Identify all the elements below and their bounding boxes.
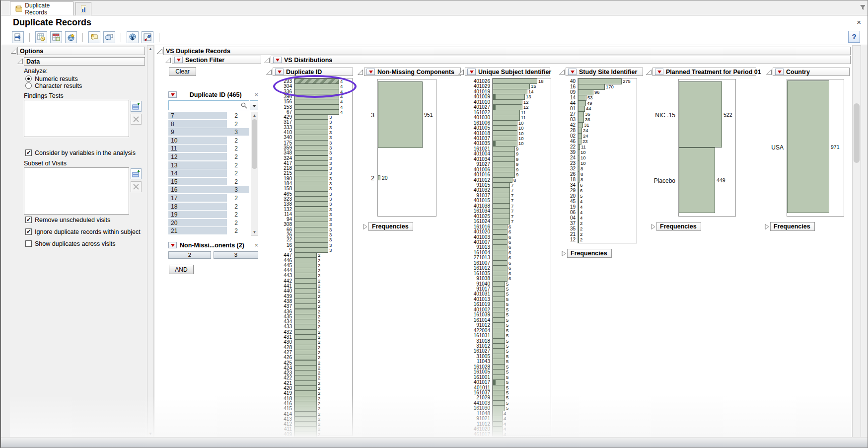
show-duplicates-checkbox[interactable] [25,240,32,247]
annotation-icon[interactable] [88,31,100,43]
window-filter-icon[interactable] [860,4,865,10]
filter-row[interactable]: 152 [168,178,250,186]
filter-value-label[interactable]: 8 [171,121,174,128]
filter-row[interactable]: 182 [168,203,250,211]
red-triangle-menu-icon[interactable] [655,69,663,75]
filter-value-label[interactable]: 15 [171,178,177,185]
filter-row[interactable]: 112 [168,145,250,152]
planned-treatment-histogram[interactable]: NIC .15522Placebo449 [647,79,738,217]
add-column-icon[interactable] [131,101,142,112]
section-filter-header[interactable]: Section Filter [172,56,261,64]
annotations-list-icon[interactable] [103,31,115,43]
filter-row[interactable]: 132 [168,161,250,169]
collapsed-disclosure-icon[interactable] [651,224,656,229]
consider-variables-label[interactable]: Consider by variables in the analysis [35,149,136,156]
red-triangle-menu-icon[interactable] [168,242,177,248]
scroll-up-icon[interactable]: ▲ [147,46,153,52]
ignore-duplicates-checkbox[interactable] [25,228,32,235]
filter-value-label[interactable]: 9 [171,129,174,136]
scrollbar-thumb[interactable] [854,103,860,163]
filter-value-label[interactable]: 10 [171,137,177,144]
scroll-down-icon[interactable]: ▼ [147,431,153,437]
disclosure-icon[interactable] [17,59,23,64]
collapsed-disclosure-icon[interactable] [362,224,368,229]
filter-value-label[interactable]: 12 [171,153,177,160]
remove-column-icon[interactable] [131,181,142,192]
unique-subject-identifier-histogram[interactable]: 4010261840102915401019144010091340101012… [464,78,554,437]
options-header[interactable]: Options [17,47,145,55]
red-triangle-menu-icon[interactable] [168,91,177,98]
disclosure-icon[interactable] [766,70,772,75]
histogram-bar[interactable] [679,81,722,148]
search-dropdown-button[interactable] [250,100,258,110]
scroll-down-icon[interactable]: ▼ [251,229,258,235]
filter-value-label[interactable]: 13 [171,162,177,169]
web-report-icon[interactable] [127,31,139,43]
vs-distributions-header[interactable]: VS Distributions [271,56,851,64]
ignore-duplicates-label[interactable]: Ignore duplicate records within subject [35,228,141,235]
disclosure-icon[interactable] [358,70,363,75]
add-column-icon[interactable] [131,168,142,179]
filter-value-label[interactable]: 21 [171,227,177,234]
clear-button[interactable]: Clear [169,67,196,76]
filter-value-label[interactable]: 18 [171,203,177,210]
filter-row[interactable]: 142 [168,169,250,177]
and-button[interactable]: AND [169,265,194,274]
filter-row[interactable]: 192 [168,211,250,219]
filter-value-label[interactable]: 7 [171,112,174,119]
red-triangle-menu-icon[interactable] [775,69,784,75]
findings-tests-listbox[interactable] [24,100,129,137]
numeric-results-radio[interactable] [25,75,32,82]
study-site-identifier-histogram[interactable]: 4027516170099614534449014427360336423128… [566,78,640,244]
disclosure-icon[interactable] [157,49,162,54]
frequencies-button[interactable]: Frequencies [368,222,413,231]
nonmissing-value-3-button[interactable]: 3 [214,251,258,259]
filter-value-label[interactable]: 19 [171,211,177,218]
filter-row[interactable]: 212 [168,227,250,235]
filter-row[interactable]: 172 [168,194,250,202]
unique-subject-identifier-header[interactable]: Unique Subject Identifier [465,68,550,76]
filter-row[interactable]: 72 [168,112,250,120]
close-icon[interactable]: × [857,18,861,26]
filter-row[interactable]: 82 [168,120,250,128]
non-missing-components-header[interactable]: Non-Missing Components [364,68,461,76]
vs-duplicate-records-header[interactable]: VS Duplicate Records [163,47,851,55]
data-header[interactable]: Data [24,57,145,66]
remove-unscheduled-label[interactable]: Remove unscheduled visits [35,217,110,224]
disclosure-icon[interactable] [458,70,464,75]
disclosure-icon[interactable] [165,58,171,63]
filter-search-input[interactable] [168,100,249,110]
close-filter-icon[interactable]: × [254,91,258,98]
data-table-icon[interactable] [50,31,62,43]
filter-scrollbar[interactable]: ▲ ▼ [251,112,258,236]
layout-flag-icon[interactable] [142,31,153,43]
filter-value-label[interactable]: 14 [171,170,177,177]
new-window-icon[interactable] [65,31,77,43]
histogram-bar[interactable] [578,237,579,243]
histogram-bar[interactable] [378,81,423,148]
journal-icon[interactable] [35,31,47,43]
tab-report[interactable] [75,2,91,15]
filter-value-label[interactable]: 11 [171,145,177,152]
disclosure-icon[interactable] [264,58,270,63]
histogram-bar[interactable] [493,432,503,437]
histogram-bar[interactable] [294,432,317,437]
filter-row[interactable]: 93 [168,128,250,136]
filter-value-label[interactable]: 16 [171,186,177,193]
subset-visits-listbox[interactable] [24,167,129,215]
options-scrollbar[interactable]: ▲ ▼ [147,45,154,438]
red-triangle-menu-icon[interactable] [273,57,282,63]
frequencies-button[interactable]: Frequencies [567,249,612,258]
histogram-bar[interactable] [787,80,829,213]
duplicate-id-histogram[interactable]: 2934304433643964156415346744293317333334… [272,78,357,437]
filter-row[interactable]: 163 [168,186,250,194]
study-site-identifier-header[interactable]: Study Site Identifier [566,68,643,76]
consider-variables-checkbox[interactable] [25,149,32,156]
planned-treatment-header[interactable]: Planned Treatment for Period 01 [652,68,756,76]
remove-column-icon[interactable] [131,114,142,125]
remove-unscheduled-checkbox[interactable] [25,217,32,223]
nonmissing-value-2-button[interactable]: 2 [168,251,211,259]
red-triangle-menu-icon[interactable] [467,69,476,75]
red-triangle-menu-icon[interactable] [568,69,577,75]
non-missing-components-histogram[interactable]: 3951220 [368,79,448,217]
